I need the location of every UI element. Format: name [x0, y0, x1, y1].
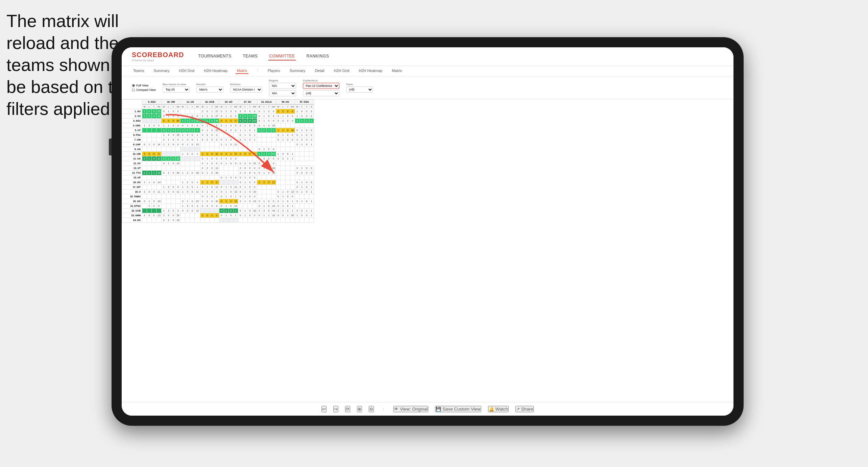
- col-header-ucb: 22. UCB: [200, 100, 219, 104]
- sub-dif-ucb: Dif: [214, 104, 219, 109]
- save-icon: 💾: [436, 407, 441, 412]
- zoom-out-icon: ⊖: [369, 407, 373, 412]
- redo-button[interactable]: ↪: [333, 406, 338, 412]
- row-label-ut: 5. UT: [122, 128, 142, 133]
- sub-t-asu: T: [152, 104, 156, 109]
- table-row: 2. VU 12012 0100 0100 20027 0100 30025 0…: [122, 114, 314, 119]
- division-filter: Division NCAA Division I: [230, 83, 262, 93]
- row-label-uo16: 16. UO: [122, 180, 142, 185]
- nav-rankings[interactable]: RANKINGS: [306, 52, 330, 60]
- sub-w-uo: W: [219, 104, 224, 109]
- row-label-fsu: 6. FSU: [122, 133, 142, 138]
- filters-bar: Full View Compact View Max teams in view…: [122, 76, 733, 99]
- sub-t-su: T: [247, 104, 252, 109]
- table-row: 5. UT 0140 3501 01022 0100 1101 0210 110…: [122, 128, 314, 133]
- sub-nav-summary-players[interactable]: Summary: [288, 68, 307, 74]
- sub-nav-matrix-players[interactable]: Matrix: [390, 68, 403, 74]
- team-select[interactable]: (All): [346, 87, 373, 93]
- division-select[interactable]: NCAA Division I: [230, 87, 262, 93]
- bottom-toolbar: ↩ ↪ ⟳ ⊕ ⊖ | 👁 View: Original: [122, 402, 733, 416]
- nav-tournaments[interactable]: TOURNAMENTS: [197, 52, 232, 60]
- region-select[interactable]: N/A: [269, 83, 296, 89]
- conference-select-2[interactable]: (All): [303, 90, 339, 96]
- sub-w-ua: W: [180, 104, 185, 109]
- region-select-2[interactable]: N/A: [269, 90, 296, 96]
- redo-icon: ↪: [334, 407, 338, 412]
- save-custom-button[interactable]: 💾 Save Custom View: [435, 406, 481, 412]
- zoom-in-button[interactable]: ⊕: [357, 406, 362, 412]
- save-custom-label: Save Custom View: [442, 407, 480, 412]
- table-row: 17. GIT 1009 1001 11011 01011 0100 0101: [122, 185, 314, 190]
- row-label-vu: 2. VU: [122, 114, 142, 119]
- division-label: Division: [230, 83, 262, 86]
- empty-header: [122, 100, 142, 109]
- sub-nav-h2h-heatmap-teams[interactable]: H2H Heatmap: [202, 68, 229, 74]
- view-original-button[interactable]: 👁 View: Original: [393, 406, 428, 412]
- sub-dif-ua: Dif: [195, 104, 200, 109]
- conference-filter: Conference Pac-12 Conference (All): [303, 79, 339, 96]
- table-row: 6. FSU 14025 1001 0000 0101 0100 0102: [122, 133, 314, 138]
- row-label-ua11: 11. UA: [122, 156, 142, 161]
- matrix-wrapper[interactable]: 3. ASU 10. UW 11. UA 22. UCB 24. UO 27. …: [122, 99, 733, 402]
- col-header-ucla: 31. UCLA: [257, 100, 276, 104]
- sub-nav-detail[interactable]: Detail: [314, 68, 326, 74]
- sub-nav-h2h-grid-teams[interactable]: H2H Grid: [177, 68, 196, 74]
- compact-view-radio[interactable]: [132, 89, 135, 92]
- undo-button[interactable]: ↩: [321, 406, 327, 412]
- row-label-ucb: 22. UCB: [122, 208, 142, 213]
- logo-sub: Powered by clippd: [132, 59, 184, 62]
- full-view-label: Full View: [136, 84, 148, 87]
- sub-w-ucb: W: [200, 104, 205, 109]
- gender-filter: Gender Men's: [196, 83, 223, 93]
- view-original-label: View: Original: [400, 407, 428, 412]
- sub-t-uw: T: [171, 104, 176, 109]
- nav-teams[interactable]: TEAMS: [242, 52, 258, 60]
- row-label-ut13: 13. UT: [122, 166, 142, 171]
- tablet-frame: SCOREBOARD Powered by clippd TOURNAMENTS…: [112, 37, 744, 426]
- conference-select[interactable]: Pac-12 Conference: [303, 83, 339, 89]
- sub-t-ucb: T: [210, 104, 214, 109]
- table-row: 16. UO 210-14 1201 1100 0100 11011 0100: [122, 180, 314, 185]
- sub-w-ucla: W: [257, 104, 262, 109]
- watch-icon: 🔔: [489, 407, 494, 412]
- col-header-osu: 57. OSU: [295, 100, 314, 104]
- nav-committee[interactable]: COMMITTEE: [268, 52, 296, 60]
- zoom-out-button[interactable]: ⊖: [369, 406, 374, 412]
- sub-dif-asu: Dif: [156, 104, 162, 109]
- compact-view-option[interactable]: Compact View: [132, 88, 156, 92]
- col-header-ua: 11. UA: [180, 100, 200, 104]
- sub-t-ucla: T: [266, 104, 271, 109]
- table-row: 7. UM 0100 1001 0000 0101 0201 0100 2002: [122, 138, 314, 142]
- max-teams-select[interactable]: Top 25: [163, 87, 190, 93]
- sub-dif-uu: Dif: [290, 104, 295, 109]
- full-view-radio[interactable]: [132, 84, 135, 87]
- region-filter: Region N/A N/A: [269, 79, 296, 96]
- col-header-asu: 3. ASU: [142, 100, 162, 104]
- team-label: Team: [346, 83, 373, 86]
- sub-nav-players[interactable]: Players: [266, 68, 282, 74]
- sub-t-ua: T: [190, 104, 195, 109]
- row-label-unm: 23. UNM: [122, 213, 142, 218]
- row-label-asu: 3. ASU: [122, 119, 142, 123]
- sub-nav-h2h-heatmap-players[interactable]: H2H Heatmap: [358, 68, 384, 74]
- row-label-uf: 15. UF: [122, 175, 142, 180]
- sub-nav-teams[interactable]: Teams: [132, 68, 145, 74]
- logo-area: SCOREBOARD Powered by clippd: [132, 51, 184, 62]
- tablet-screen: SCOREBOARD Powered by clippd TOURNAMENTS…: [122, 47, 733, 416]
- sub-l-asu: L: [147, 104, 152, 109]
- row-label-ug: 20. UG: [122, 199, 142, 204]
- sub-nav-matrix-teams[interactable]: Matrix: [236, 68, 248, 74]
- refresh-button[interactable]: ⟳: [345, 406, 350, 412]
- share-button[interactable]: ↗ Share: [515, 406, 534, 412]
- sub-dif-uo: Dif: [233, 104, 238, 109]
- col-header-su: 27. SU: [238, 100, 257, 104]
- sub-w-uu: W: [276, 104, 281, 109]
- sub-nav-h2h-grid-players[interactable]: H2H Grid: [333, 68, 351, 74]
- gender-select[interactable]: Men's: [196, 87, 223, 93]
- watch-button[interactable]: 🔔 Watch: [488, 406, 509, 412]
- sub-l-uo: L: [224, 104, 228, 109]
- full-view-option[interactable]: Full View: [132, 84, 156, 87]
- table-row: 8. UAF 01014 1200 01015 11011 0101: [122, 142, 314, 147]
- sub-nav-summary-teams[interactable]: Summary: [152, 68, 171, 74]
- sub-dif-su: Dif: [252, 104, 257, 109]
